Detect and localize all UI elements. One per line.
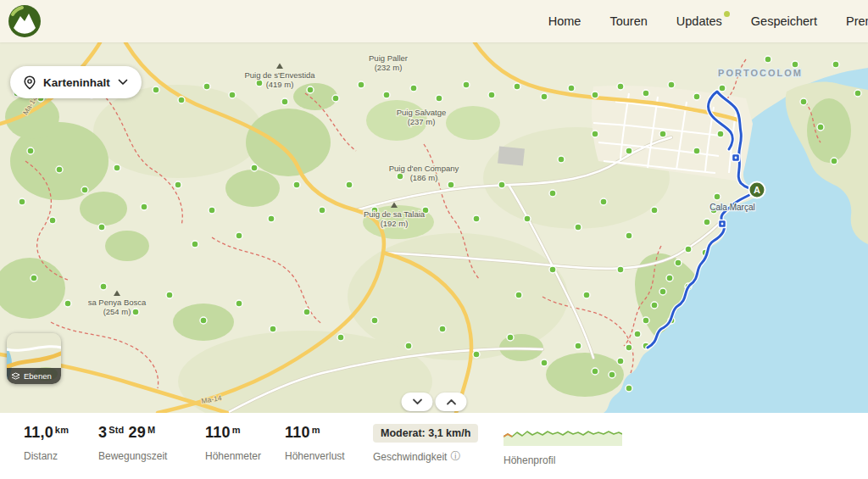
collapse-profile-button[interactable] (402, 393, 433, 411)
poi-dot[interactable] (541, 93, 548, 100)
poi-dot[interactable] (64, 300, 71, 307)
poi-dot[interactable] (319, 207, 326, 214)
poi-dot[interactable] (270, 326, 276, 332)
info-icon[interactable]: ⓘ (450, 449, 460, 464)
poi-dot[interactable] (765, 56, 771, 63)
poi-dot[interactable] (831, 158, 837, 164)
poi-dot[interactable] (626, 344, 632, 351)
poi-dot[interactable] (463, 81, 470, 88)
komoot-logo[interactable] (8, 5, 41, 37)
poi-dot[interactable] (100, 283, 107, 290)
poi-dot[interactable] (719, 85, 726, 92)
nav-updates[interactable]: Updates (676, 14, 722, 28)
poi-dot[interactable] (626, 232, 632, 239)
poi-dot[interactable] (592, 368, 598, 375)
poi-dot[interactable] (685, 246, 692, 253)
poi-dot[interactable] (568, 85, 575, 92)
poi-dot[interactable] (256, 80, 263, 86)
nav-touren[interactable]: Touren (609, 14, 647, 28)
poi-dot[interactable] (303, 309, 310, 315)
poi-dot[interactable] (714, 193, 721, 200)
poi-dot[interactable] (549, 266, 556, 273)
poi-dot[interactable] (854, 90, 861, 97)
poi-dot[interactable] (583, 292, 590, 298)
poi-dot[interactable] (49, 217, 56, 224)
poi-dot[interactable] (659, 131, 666, 137)
poi-dot[interactable] (592, 131, 598, 137)
poi-dot[interactable] (153, 86, 159, 93)
poi-dot[interactable] (549, 190, 556, 197)
poi-dot[interactable] (498, 181, 505, 188)
poi-dot[interactable] (81, 187, 88, 193)
poi-dot[interactable] (666, 275, 673, 281)
poi-dot[interactable] (617, 266, 624, 273)
poi-dot[interactable] (166, 292, 173, 298)
poi-dot[interactable] (717, 131, 724, 137)
poi-dot[interactable] (31, 275, 37, 281)
poi-dot[interactable] (293, 181, 300, 188)
poi-dot[interactable] (346, 181, 353, 188)
poi-dot[interactable] (56, 166, 63, 173)
poi-dot[interactable] (192, 241, 198, 248)
poi-dot[interactable] (558, 156, 565, 163)
poi-dot[interactable] (332, 95, 339, 102)
poi-dot[interactable] (473, 351, 480, 358)
poi-dot[interactable] (617, 83, 624, 90)
poi-dot[interactable] (371, 317, 378, 324)
poi-dot[interactable] (141, 203, 147, 210)
poi-dot[interactable] (307, 86, 314, 93)
poi-dot[interactable] (175, 181, 181, 188)
poi-dot[interactable] (383, 92, 390, 98)
poi-dot[interactable] (27, 148, 34, 154)
poi-dot[interactable] (236, 300, 242, 307)
karteninhalt-button[interactable]: Karteninhalt (10, 66, 142, 98)
poi-dot[interactable] (659, 288, 666, 295)
poi-dot[interactable] (507, 334, 514, 341)
poi-dot[interactable] (473, 215, 480, 222)
poi-dot[interactable] (704, 219, 710, 226)
poi-dot[interactable] (592, 92, 598, 98)
poi-dot[interactable] (541, 359, 548, 366)
poi-dot[interactable] (675, 259, 682, 266)
poi-dot[interactable] (448, 181, 454, 188)
poi-dot[interactable] (693, 93, 700, 100)
poi-dot[interactable] (651, 207, 658, 214)
poi-dot[interactable] (817, 124, 824, 131)
poi-dot[interactable] (19, 198, 25, 205)
poi-dot[interactable] (358, 81, 364, 88)
poi-dot[interactable] (643, 90, 649, 97)
poi-dot[interactable] (229, 92, 236, 98)
nav-premium[interactable]: Premium (846, 14, 868, 28)
poi-dot[interactable] (524, 215, 531, 222)
poi-dot[interactable] (792, 61, 798, 68)
poi-dot[interactable] (268, 215, 275, 222)
poi-dot[interactable] (634, 331, 641, 337)
poi-dot[interactable] (203, 83, 210, 90)
poi-dot[interactable] (575, 343, 581, 349)
poi-dot[interactable] (178, 97, 185, 103)
poi-dot[interactable] (515, 292, 522, 298)
ebenen-button[interactable]: Ebenen (7, 333, 61, 384)
poi-dot[interactable] (251, 164, 258, 171)
poi-dot[interactable] (617, 358, 624, 365)
poi-dot[interactable] (98, 224, 105, 231)
poi-dot[interactable] (114, 164, 120, 171)
poi-dot[interactable] (439, 326, 446, 332)
poi-dot[interactable] (436, 95, 442, 102)
expand-profile-button[interactable] (436, 393, 467, 411)
poi-dot[interactable] (410, 85, 417, 92)
poi-dot[interactable] (405, 343, 412, 349)
poi-dot[interactable] (693, 148, 700, 154)
poi-dot[interactable] (514, 83, 520, 90)
poi-dot[interactable] (832, 61, 839, 68)
poi-dot[interactable] (609, 371, 615, 378)
poi-dot[interactable] (488, 92, 495, 98)
poi-dot[interactable] (600, 198, 607, 205)
poi-dot[interactable] (209, 207, 215, 214)
nav-home[interactable]: Home (548, 14, 581, 28)
map-canvas[interactable]: Puig de s'Envestida(419 m)Puig Paller(23… (0, 42, 868, 413)
nav-gespeichert[interactable]: Gespeichert (751, 14, 817, 28)
poi-dot[interactable] (337, 334, 344, 341)
poi-dot[interactable] (236, 232, 242, 239)
poi-dot[interactable] (800, 98, 807, 105)
